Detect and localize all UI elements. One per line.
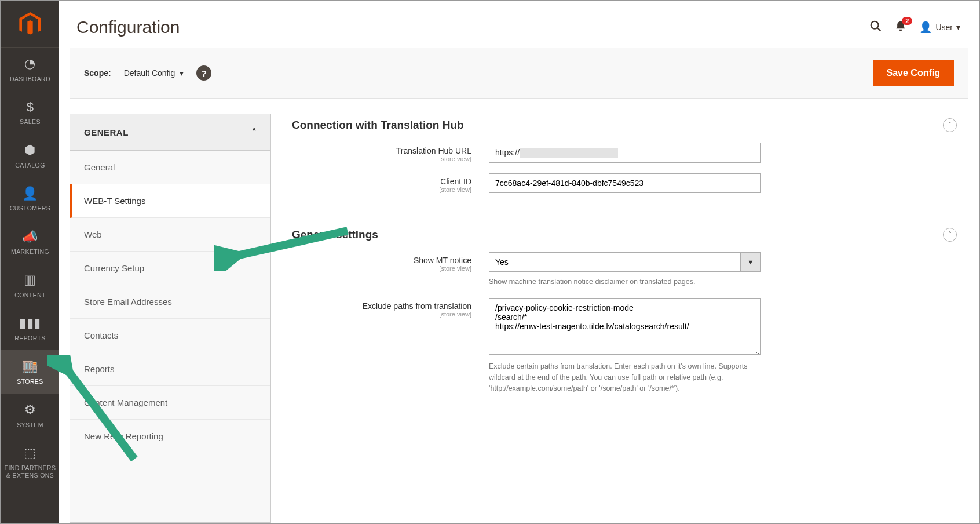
nav-label: FIND PARTNERS & EXTENSIONS (3, 464, 57, 479)
section-title: General settings (292, 228, 378, 241)
config-item-reports[interactable]: Reports (70, 352, 270, 386)
field-client-id: Client ID [store view] (292, 173, 963, 193)
nav-label: DASHBOARD (10, 75, 50, 83)
page-title: Configuration (76, 17, 869, 37)
nav-label: SALES (20, 118, 41, 126)
config-item-currency[interactable]: Currency Setup (70, 252, 270, 285)
config-item-web[interactable]: Web (70, 218, 270, 252)
nav-label: CUSTOMERS (10, 205, 51, 212)
search-icon[interactable] (869, 20, 882, 35)
config-item-newrelic[interactable]: New Relic Reporting (70, 420, 270, 453)
settings-panel: Connection with Translation Hub ˄ Transl… (271, 114, 968, 523)
nav-system[interactable]: ⚙SYSTEM (1, 394, 59, 437)
store-icon: 🏬 (22, 358, 38, 374)
field-translation-hub-url: Translation Hub URL [store view] https:/… (292, 143, 963, 163)
nav-dashboard[interactable]: ◔DASHBOARD (1, 48, 59, 91)
scope-label: Scope: (84, 68, 111, 78)
group-label: GENERAL (84, 128, 129, 137)
magento-logo[interactable] (1, 1, 59, 48)
nav-label: CATALOG (15, 162, 45, 169)
nav-label: STORES (17, 378, 43, 385)
save-config-button[interactable]: Save Config (873, 60, 954, 86)
svg-point-0 (871, 21, 879, 28)
field-scope: [store view] (292, 155, 471, 162)
bullhorn-icon: 📣 (22, 229, 38, 245)
nav-customers[interactable]: 👤CUSTOMERS (1, 177, 59, 221)
notifications-icon[interactable]: 2 (895, 20, 906, 35)
nav-reports[interactable]: ▮▮▮REPORTS (1, 307, 59, 351)
admin-sidebar: ◔DASHBOARD $SALES ⬢CATALOG 👤CUSTOMERS 📣M… (1, 1, 59, 523)
nav-partners[interactable]: ⬚FIND PARTNERS & EXTENSIONS (1, 437, 59, 488)
field-note: Exclude certain paths from translation. … (489, 361, 755, 394)
nav-label: CONTENT (14, 292, 46, 299)
config-item-webt-settings[interactable]: WEB-T Settings (70, 184, 270, 218)
scope-selector[interactable]: Default Config ▾ (124, 68, 184, 78)
notification-badge: 2 (902, 17, 912, 25)
gear-icon: ⚙ (24, 402, 36, 418)
collapse-icon[interactable]: ˄ (943, 228, 957, 242)
mt-notice-select[interactable] (489, 252, 740, 272)
client-id-input[interactable] (489, 173, 761, 193)
config-item-store-email[interactable]: Store Email Addresses (70, 285, 270, 319)
chevron-down-icon[interactable]: ▼ (740, 252, 761, 272)
chevron-down-icon: ▾ (956, 23, 960, 32)
nav-label: SYSTEM (17, 421, 43, 429)
field-label: Exclude paths from translation (292, 301, 471, 311)
cube-icon: ⬢ (24, 142, 35, 158)
field-scope: [store view] (292, 265, 471, 272)
dollar-icon: $ (27, 99, 34, 115)
topbar: Configuration 2 👤 User ▾ (59, 1, 979, 48)
user-icon: 👤 (919, 21, 932, 34)
field-show-mt-notice: Show MT notice [store view] ▼ Show machi… (292, 252, 963, 288)
nav-content[interactable]: ▥CONTENT (1, 264, 59, 307)
username-label: User (935, 23, 953, 32)
help-button[interactable]: ? (196, 66, 211, 81)
exclude-paths-textarea[interactable] (489, 298, 761, 355)
section-general-header[interactable]: General settings ˄ (292, 223, 963, 252)
person-icon: 👤 (22, 185, 38, 202)
field-label: Client ID (292, 177, 471, 186)
translation-hub-url-input[interactable]: https:// (489, 143, 761, 163)
field-scope: [store view] (292, 186, 471, 193)
config-item-general[interactable]: General (70, 151, 270, 184)
scope-bar: Scope: Default Config ▾ ? Save Config (70, 48, 968, 99)
chevron-down-icon: ▾ (180, 68, 184, 78)
nav-label: MARKETING (11, 248, 49, 256)
svg-line-1 (877, 27, 881, 31)
collapse-icon[interactable]: ˄ (943, 118, 957, 132)
chevron-up-icon: ˄ (252, 127, 257, 137)
config-group-general[interactable]: GENERAL ˄ (70, 114, 270, 151)
gauge-icon: ◔ (24, 56, 35, 72)
field-label: Show MT notice (292, 256, 471, 265)
boxes-icon: ⬚ (24, 445, 36, 461)
field-exclude-paths: Exclude paths from translation [store vi… (292, 298, 963, 394)
nav-label: REPORTS (14, 334, 45, 342)
section-title: Connection with Translation Hub (292, 119, 464, 132)
layout-icon: ▥ (24, 272, 36, 288)
nav-sales[interactable]: $SALES (1, 91, 59, 134)
field-note: Show machine translation notice disclaim… (489, 276, 755, 288)
field-scope: [store view] (292, 311, 471, 318)
scope-value: Default Config (124, 68, 175, 78)
config-nav: GENERAL ˄ General WEB-T Settings Web Cur… (70, 114, 271, 523)
config-item-contacts[interactable]: Contacts (70, 319, 270, 352)
bars-icon: ▮▮▮ (19, 315, 41, 332)
user-menu[interactable]: 👤 User ▾ (919, 21, 960, 34)
nav-stores[interactable]: 🏬STORES (1, 350, 59, 394)
section-connection-header[interactable]: Connection with Translation Hub ˄ (292, 114, 963, 143)
nav-catalog[interactable]: ⬢CATALOG (1, 134, 59, 177)
field-label: Translation Hub URL (292, 146, 471, 155)
config-item-content-mgmt[interactable]: Content Management (70, 386, 270, 420)
nav-marketing[interactable]: 📣MARKETING (1, 221, 59, 264)
redacted-value (520, 148, 618, 158)
main-content: Configuration 2 👤 User ▾ Scope: Defau (59, 1, 979, 523)
